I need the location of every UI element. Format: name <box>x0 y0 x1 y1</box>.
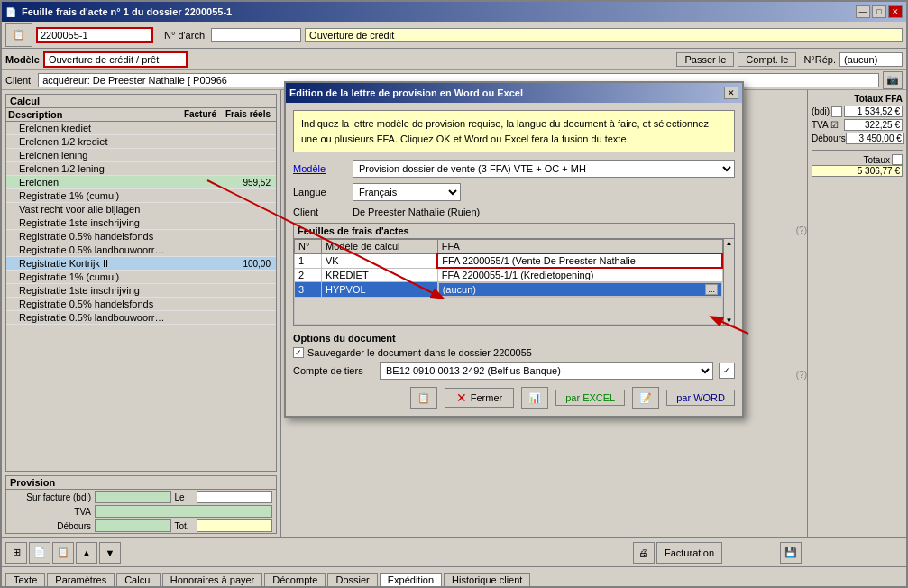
modal-close-button[interactable]: ✕ <box>724 87 738 99</box>
summary-debours-value: 3 450,00 € <box>846 133 904 144</box>
ellipsis-button[interactable]: ... <box>705 284 718 295</box>
nrep-input[interactable]: (aucun) <box>839 52 903 67</box>
word-label: par WORD <box>676 392 725 403</box>
compt-button[interactable]: Compt. le <box>738 52 796 67</box>
table-row: Registratie 1% (cumul) <box>6 271 276 284</box>
arch-label: N° d'arch. <box>164 30 207 41</box>
cancel-x-icon: ✕ <box>456 390 467 405</box>
bdi-checkbox[interactable] <box>831 106 842 117</box>
scroll-down[interactable]: ▼ <box>726 317 733 325</box>
camera-button[interactable]: 📷 <box>883 71 903 89</box>
modal-body: Indiquez la lettre modèle de provision r… <box>286 103 742 416</box>
save-checkbox[interactable]: ✓ <box>293 347 304 358</box>
compte-select[interactable]: BE12 0910 0013 2492 (Belfius Banque) <box>380 362 713 380</box>
tb-btn-2[interactable]: 📄 <box>29 542 50 564</box>
qmark1: (?) <box>796 225 807 235</box>
ffa-ffa-3: (aucun) ... <box>438 282 722 297</box>
tab-texte[interactable]: Texte <box>5 573 45 586</box>
cancel-button[interactable]: ✕ Fermer <box>445 388 514 408</box>
feuilles-row-3[interactable]: 3 HYPVOL (aucun) ... <box>295 282 723 298</box>
prov-bdi-label: Sur facture (bdi) <box>10 492 91 502</box>
ffa-ffa-1: FFA 2200055/1 (Vente De Preester Nathali… <box>437 253 722 268</box>
tab-calcul[interactable]: Calcul <box>116 573 161 586</box>
modele-input[interactable]: Ouverture de crédit / prêt <box>43 51 188 68</box>
compte-row: Compte de tiers BE12 0910 0013 2492 (Bel… <box>293 362 735 380</box>
prov-debours-label: Débours <box>10 521 91 531</box>
col-desc-header: Description <box>8 109 166 120</box>
excel-icon-btn[interactable]: 📊 <box>521 387 548 409</box>
col-ffa: FFA <box>437 240 722 254</box>
prov-bdi-field[interactable] <box>95 491 171 503</box>
feuilles-content: N° Modèle de calcul FFA 1 VK FFA 2200055… <box>294 239 734 325</box>
arch-input[interactable] <box>211 28 301 42</box>
modal-langue-label: Langue <box>293 187 347 198</box>
tab-dossier[interactable]: Dossier <box>327 573 377 586</box>
feuilles-header: Feuilles de frais d'actes <box>294 224 734 239</box>
doc-number-input[interactable]: 2200055-1 <box>36 27 153 43</box>
tb-btn-up[interactable]: ▲ <box>76 542 97 564</box>
prov-tot-label: Tot. <box>175 521 193 531</box>
facturation-button[interactable]: Facturation <box>656 542 722 564</box>
maximize-button[interactable]: □ <box>872 5 886 18</box>
modal-icon-btn[interactable]: 📋 <box>410 387 437 409</box>
compte-label: Compte de tiers <box>293 365 374 376</box>
tab-expedition[interactable]: Expédition <box>380 573 442 586</box>
summary-tva-label: TVA ☑ <box>812 120 839 130</box>
tab-parametres[interactable]: Paramètres <box>47 573 115 586</box>
modal-modele-label[interactable]: Modèle <box>293 163 347 174</box>
table-row: Registratie 0.5% landbouwoorrecht <box>6 243 276 257</box>
excel-button[interactable]: par EXCEL <box>555 390 625 406</box>
table-row: Registratie Kortrijk II100,00 <box>6 257 276 271</box>
passer-button[interactable]: Passer le <box>676 52 734 67</box>
feuilles-row-2[interactable]: 2 KREDIET FFA 2200055-1/1 (Kredietopenin… <box>295 268 723 282</box>
table-row: Erelonen 1/2 krediet <box>6 135 276 149</box>
modal-langue-select[interactable]: Français <box>353 183 461 201</box>
word-icon-btn[interactable]: 📝 <box>632 387 659 409</box>
tab-decompte[interactable]: Décompte <box>264 573 326 586</box>
minimize-button[interactable]: — <box>856 5 870 18</box>
tb-btn-1[interactable]: ⊞ <box>5 542 27 564</box>
feuilles-empty-row <box>295 298 723 325</box>
table-row: Registratie 1% (cumul) <box>6 189 276 203</box>
total-checkbox[interactable] <box>892 154 903 165</box>
tab-honoraires[interactable]: Honoraires à payer <box>162 573 263 586</box>
calcul-header: Calcul <box>6 95 276 108</box>
table-row: Erelonen959,52 <box>6 176 276 189</box>
table-row: Erelonen lening <box>6 149 276 162</box>
tb-btn-down[interactable]: ▼ <box>99 542 121 564</box>
doc-icon: 📋 <box>5 23 32 47</box>
modal-client-value: De Preester Nathalie (Ruien) <box>353 207 480 217</box>
scroll-up[interactable]: ▲ <box>726 239 733 247</box>
prov-tva-label: TVA <box>10 507 91 517</box>
prov-le-date[interactable] <box>197 491 273 503</box>
table-row: Vast recht voor alle bijlagen <box>6 203 276 216</box>
summary-row-tva: TVA ☑ 322,25 € <box>812 119 903 131</box>
word-button[interactable]: par WORD <box>666 390 735 406</box>
modal-client-label: Client <box>293 207 347 217</box>
tb-btn-3[interactable]: 📋 <box>52 542 74 564</box>
tab-historique[interactable]: Historique client <box>444 573 530 586</box>
table-row: Registratie 0.5% landbouwoorrecht <box>6 311 276 325</box>
ffa-modele-3: HYPVOL <box>322 282 438 298</box>
prov-debours-field[interactable] <box>95 519 171 532</box>
tb-btn-print[interactable]: 🖨 <box>633 542 655 564</box>
col-headers: Description Facturé Frais réels <box>6 108 276 122</box>
col-modele: Modèle de calcul <box>322 240 438 254</box>
window-title: Feuille frais d'acte n° 1 du dossier 220… <box>22 6 232 17</box>
yellow-text-field[interactable]: Ouverture de crédit <box>305 28 903 42</box>
prov-tva-field[interactable] <box>95 505 272 518</box>
compte-check-button[interactable]: ✓ <box>719 363 735 379</box>
modal-modele-select[interactable]: Provision dossier de vente (3 FFA) VTE +… <box>353 160 735 178</box>
summary-header: Totaux FFA <box>812 94 903 104</box>
summary-bdi-label: (bdi) <box>812 106 830 116</box>
prov-tot-field[interactable] <box>197 519 273 532</box>
options-header: Options du document <box>293 333 735 344</box>
tb-btn-save[interactable]: 💾 <box>780 542 802 564</box>
prov-le-label: Le <box>175 492 193 502</box>
col-facture-header: Facturé <box>166 109 220 120</box>
table-row: Registratie 0.5% handelsfonds <box>6 230 276 243</box>
feuilles-row-1[interactable]: 1 VK FFA 2200055/1 (Vente De Preester Na… <box>295 253 723 268</box>
close-button[interactable]: ✕ <box>888 5 903 18</box>
feuilles-scrollbar[interactable]: ▲ ▼ <box>723 239 734 325</box>
table-row: Registratie 1ste inschrijving <box>6 284 276 298</box>
